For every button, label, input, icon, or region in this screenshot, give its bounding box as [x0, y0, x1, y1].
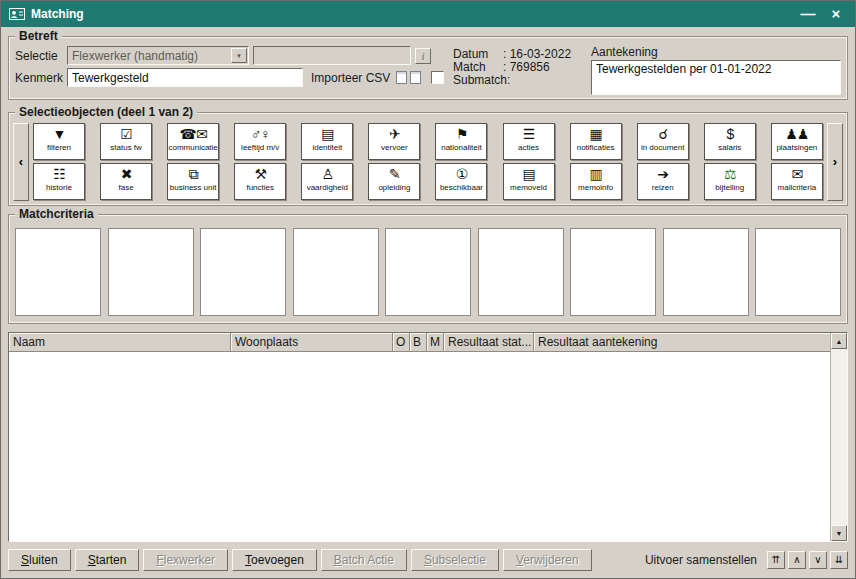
selectieobjecten-legend: Selectieobjecten (deel 1 van 2) [15, 105, 197, 119]
move-up-button[interactable]: ∧ [788, 551, 806, 569]
move-down-button[interactable]: ∨ [809, 551, 827, 569]
selectieobject-reizen-button[interactable]: ➔ reizen [637, 163, 689, 200]
uitvoer-samenstellen-label: Uitvoer samenstellen [645, 553, 757, 567]
scroll-down-icon[interactable]: ▼ [831, 525, 847, 541]
notifications-calendar-icon: ▦ [590, 126, 602, 143]
results-body[interactable] [9, 352, 830, 541]
matchcriteria-slot-8[interactable] [663, 228, 749, 316]
education-icon: ✎ [389, 166, 400, 183]
column-header-o[interactable]: O [393, 333, 410, 352]
selectieobject-beschikbaar-button[interactable]: ① beschikbaar [435, 163, 487, 200]
memo-info-icon: ▥ [590, 166, 602, 183]
import-csv-checkbox[interactable] [431, 71, 444, 84]
selectie-extra-input[interactable] [253, 46, 411, 65]
selectieobject-memoinfo-button[interactable]: ▥ memoinfo [570, 163, 622, 200]
selectieobject-plaatsingen-button[interactable]: ♟♟ plaatsingen [771, 123, 823, 160]
matchcriteria-slot-1[interactable] [15, 228, 101, 316]
move-top-button[interactable]: ⇈ [767, 551, 785, 569]
selectieobject-business-unit-button[interactable]: ⧉ business unit [167, 163, 219, 200]
column-header-m[interactable]: M [427, 333, 444, 352]
match-info: Datum : 16-03-2022 Match : 769856 Submat… [453, 46, 585, 95]
selectie-dropdown[interactable]: Flexwerker (handmatig) ▼ [67, 46, 249, 65]
selectieobject-functies-button[interactable]: ⚒ functies [234, 163, 286, 200]
scroll-up-icon[interactable]: ▲ [831, 333, 847, 349]
selectieobject-communicatie-button[interactable]: ☎✉ communicatie [167, 123, 219, 160]
chevron-down-icon[interactable]: ▼ [231, 48, 247, 63]
selectie-dropdown-value: Flexwerker (handmatig) [72, 49, 231, 63]
aantekening-textarea[interactable]: Tewerkgestelden per 01-01-2022 [591, 60, 841, 95]
window-title: Matching [31, 7, 791, 21]
history-icon: ☷ [53, 166, 65, 183]
move-bottom-button[interactable]: ⇊ [830, 551, 848, 569]
nationality-flag-icon: ⚑ [456, 126, 468, 143]
selectieobject-memoveld-button[interactable]: ▤ memoveld [503, 163, 555, 200]
matchcriteria-slot-9[interactable] [755, 228, 841, 316]
document-search-icon: ☌ [659, 126, 667, 143]
selectieobjecten-grid: ▼ filteren ☑ status fw ☎✉ communicatie ♂… [33, 123, 823, 200]
kenmerk-input[interactable] [67, 68, 303, 87]
selectieobject-notificaties-button[interactable]: ▦ notificaties [570, 123, 622, 160]
import-csv-copy-icon[interactable] [410, 71, 421, 84]
minimize-button[interactable]: — [797, 3, 819, 25]
column-header-woonplaats[interactable]: Woonplaats [231, 333, 393, 352]
scroll-left-button[interactable]: ‹ [13, 123, 29, 201]
kenmerk-label: Kenmerk [15, 71, 63, 85]
toevoegen-button[interactable]: Toevoegen [232, 549, 317, 571]
results-header-row: NaamWoonplaatsOBMResultaat stat...Result… [9, 333, 830, 352]
vertical-scrollbar[interactable]: ▲ ▼ [830, 333, 847, 541]
filter-funnel-icon: ▼ [53, 126, 66, 143]
selectieobject-historie-button[interactable]: ☷ historie [33, 163, 85, 200]
matching-window: Matching — × Betreft Selectie Flexwerker… [0, 0, 856, 579]
verwijderen-button[interactable]: Verwijderen [503, 549, 592, 571]
submatch-label: Submatch: [453, 74, 503, 87]
mail-criteria-icon: ✉ [791, 166, 802, 183]
matchcriteria-slot-4[interactable] [293, 228, 379, 316]
matchcriteria-slot-3[interactable] [200, 228, 286, 316]
column-header-b[interactable]: B [410, 333, 427, 352]
selectieobject-bijtelling-button[interactable]: ⚖ bijtelling [704, 163, 756, 200]
selectieobject-in-document-button[interactable]: ☌ in document [637, 123, 689, 160]
column-header-naam[interactable]: Naam [9, 333, 231, 352]
column-header-resultaat-aantekening[interactable]: Resultaat aantekening [534, 333, 830, 352]
selectieobject-fase-button[interactable]: ✖ fase [100, 163, 152, 200]
selectieobject-nationaliteit-button[interactable]: ⚑ nationaliteit [435, 123, 487, 160]
selectieobject-identiteit-button[interactable]: ▤ identiteit [301, 123, 353, 160]
selectie-label: Selectie [15, 49, 63, 63]
importeer-csv-icons [396, 71, 421, 84]
selectieobject-vervoer-button[interactable]: ✈ vervoer [368, 123, 420, 160]
starten-button[interactable]: Starten [75, 549, 140, 571]
titlebar[interactable]: Matching — × [1, 1, 855, 27]
selectieobject-salaris-button[interactable]: $ salaris [704, 123, 756, 160]
aantekening-label: Aantekening [591, 46, 841, 59]
matchcriteria-slot-2[interactable] [108, 228, 194, 316]
selectieobject-acties-button[interactable]: ☰ acties [503, 123, 555, 160]
matchcriteria-slot-7[interactable] [570, 228, 656, 316]
sluiten-button[interactable]: Sluiten [8, 549, 71, 571]
matchcriteria-slot-6[interactable] [478, 228, 564, 316]
selectieobjecten-group: Selectieobjecten (deel 1 van 2) ‹ ▼ filt… [8, 112, 848, 206]
selectieobject-filteren-button[interactable]: ▼ filteren [33, 123, 85, 160]
actions-list-icon: ☰ [523, 126, 535, 143]
selectieobject-leeftijd-m-v-button[interactable]: ♂♀ leeftijd m/v [234, 123, 286, 160]
batch-actie-button[interactable]: Batch Actie [321, 549, 407, 571]
subselectie-button[interactable]: Subselectie [411, 549, 499, 571]
selectieobject-vaardigheid-button[interactable]: ♙ vaardigheid [301, 163, 353, 200]
scroll-right-button[interactable]: › [827, 123, 843, 201]
column-header-resultaat-stat[interactable]: Resultaat stat... [444, 333, 534, 352]
flexwerker-button[interactable]: Flexwerker [143, 549, 228, 571]
travel-icon: ➔ [657, 166, 668, 183]
selectieobject-mailcriteria-button[interactable]: ✉ mailcriteria [771, 163, 823, 200]
betreft-legend: Betreft [15, 29, 62, 43]
identity-card-icon: ▤ [321, 126, 333, 143]
age-gender-icon: ♂♀ [251, 126, 270, 143]
placements-people-icon: ♟♟ [785, 126, 808, 143]
betreft-group: Betreft Selectie Flexwerker (handmatig) … [8, 36, 848, 100]
import-csv-file-icon[interactable] [396, 71, 407, 84]
selectieobject-status-fw-button[interactable]: ☑ status fw [100, 123, 152, 160]
close-button[interactable]: × [825, 3, 847, 25]
selectieobject-opleiding-button[interactable]: ✎ opleiding [368, 163, 420, 200]
salary-moneybag-icon: $ [726, 126, 733, 143]
info-button[interactable]: i [415, 48, 431, 64]
matchcriteria-slot-5[interactable] [385, 228, 471, 316]
results-table: NaamWoonplaatsOBMResultaat stat...Result… [8, 332, 848, 542]
